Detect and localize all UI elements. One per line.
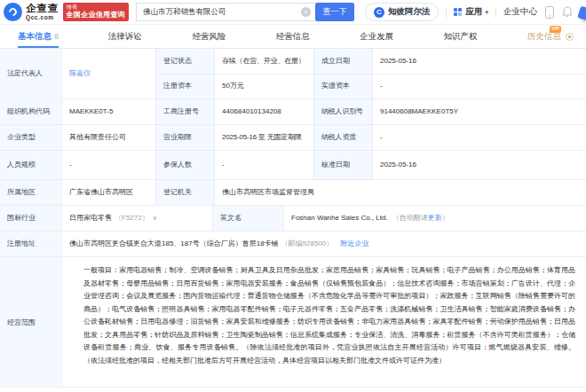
info-value: MAEKKE0T-5 — [62, 99, 156, 124]
info-value: 50万元 — [215, 74, 314, 99]
info-value: 佛山市高明区市场监督管理局 — [215, 180, 586, 205]
brand-slogan: 全国企业信用查询 — [67, 12, 125, 19]
clear-icon[interactable]: × — [301, 7, 311, 17]
tab-intellectual-property[interactable]: 知识产权 — [444, 25, 478, 48]
info-label: 英文名 — [213, 206, 284, 231]
alpha-icon: C — [374, 7, 384, 18]
info-value: - — [62, 151, 156, 179]
search-bar: × 查一下 — [136, 3, 354, 21]
tab-count: 8 — [54, 32, 59, 41]
tab-company-development[interactable]: 企业发展 — [360, 25, 393, 48]
legal-rep-link[interactable]: 陈嘉仪 — [69, 69, 91, 78]
translate-note: （自动翻译 — [392, 214, 428, 223]
side-widget-icon[interactable] — [577, 5, 586, 20]
info-label: 纳税人资质 — [314, 125, 373, 150]
info-label: 国标行业 — [0, 206, 62, 231]
table-row: 经营范围 一般项目：家用电器销售；制冷、空调设备销售；厨具卫具及日用杂品批发；家… — [0, 257, 586, 388]
info-label: 登记状态 — [156, 49, 215, 74]
info-value: 91440608MAEKKE0T5Y — [373, 99, 586, 124]
info-value: 2025-05-16 — [373, 49, 586, 74]
nearby-companies-link[interactable]: 附近企业 — [340, 239, 368, 248]
table-row: 所属地区 广东省佛山市高明区 登记机关 佛山市高明区市场监督管理局 — [0, 180, 586, 206]
tab-label: 经营信息 — [276, 31, 310, 43]
tab-legal-litigation[interactable]: 法律诉讼 — [108, 25, 142, 48]
info-label: 成立日期 — [314, 49, 373, 74]
tab-label: 知识产权 — [444, 31, 478, 43]
tab-operation-risk[interactable]: 经营风险 — [192, 25, 226, 48]
table-row: 人员规模 - 参保人数 - 核准日期 2025-05-16 — [0, 151, 586, 180]
industry-code: （F5272） — [115, 214, 149, 223]
brand-slogan-badge: 传奇 全国企业信用查询 — [63, 3, 129, 22]
qcc-logo-icon[interactable] — [4, 3, 22, 21]
info-label: 核准日期 — [314, 151, 373, 179]
info-value: - — [373, 74, 586, 99]
chevron-down-icon[interactable]: ∨ — [153, 214, 157, 222]
chevron-down-icon: ▾ — [485, 9, 488, 16]
notification-bell-icon[interactable] — [562, 6, 573, 18]
info-label: 参保人数 — [156, 151, 215, 179]
vip-badge: VIP — [550, 26, 561, 33]
info-label: 纳税人识别号 — [314, 99, 373, 124]
top-header: 企查查 Qcc.com 传奇 全国企业信用查询 × 查一下 C 知彼阿尔法 应用… — [0, 0, 586, 25]
translate-update-link[interactable]: 更新 — [428, 214, 442, 223]
brand-domain: Qcc.com — [26, 15, 59, 21]
info-label: 营业期限 — [156, 125, 215, 150]
mobile-app-icon[interactable] — [545, 6, 554, 19]
info-label: 实缴资本 — [314, 74, 373, 99]
info-value: 陈嘉仪 — [62, 49, 156, 99]
search-button[interactable]: 查一下 — [315, 3, 354, 21]
tab-operation-info[interactable]: 经营信息 — [276, 25, 310, 48]
info-value: 广东省佛山市高明区 — [62, 180, 156, 205]
info-label: 注册地址 — [0, 231, 62, 256]
translate-note-close: ） — [442, 214, 449, 223]
info-label: 经营范围 — [0, 257, 62, 387]
info-value: - — [215, 151, 314, 179]
info-value: Foshan Wanhe Sales Co., Ltd. （自动翻译 更新 ） — [284, 206, 586, 231]
business-scope-text: 一般项目：家用电器销售；制冷、空调设备销售；厨具卫具及日用杂品批发；家居用品销售… — [83, 264, 575, 367]
zhibi-alpha-button[interactable]: C 知彼阿尔法 — [365, 3, 440, 21]
table-row: 注册地址 佛山市高明区更合镇更合大道185、187号（综合厂房）首层18卡铺 （… — [0, 231, 586, 257]
tab-label: 法律诉讼 — [108, 31, 142, 43]
enterprise-center-link[interactable]: 企业中心 — [503, 6, 537, 18]
info-label: 工商注册号 — [156, 99, 215, 124]
info-label: 注册资本 — [156, 74, 215, 99]
info-label: 所属地区 — [0, 180, 62, 205]
apps-menu-button[interactable]: 应用 ▾ — [454, 6, 488, 18]
info-value: 佛山市高明区更合镇更合大道185、187号（综合厂房）首层18卡铺 （邮编528… — [62, 231, 586, 256]
brand-name: 企查查 — [26, 4, 59, 14]
info-value: 一般项目：家用电器销售；制冷、空调设备销售；厨具卫具及日用杂品批发；家居用品销售… — [62, 257, 586, 387]
basic-info-table: 法定代表人 陈嘉仪 登记状态 存续（在营、开业、在册） 成立日期 2025-05… — [0, 49, 586, 388]
info-value: 日用家电零售 （F5272） ∨ — [62, 206, 213, 231]
search-input[interactable] — [136, 3, 315, 21]
brand-block[interactable]: 企查查 Qcc.com — [26, 4, 59, 20]
apps-grid-icon — [454, 8, 463, 17]
table-row: 法定代表人 陈嘉仪 登记状态 存续（在营、开业、在册） 成立日期 2025-05… — [0, 49, 586, 99]
registered-address: 佛山市高明区更合镇更合大道185、187号（综合厂房）首层18卡铺 — [69, 239, 279, 248]
info-value: 2025-05-16 — [373, 151, 586, 179]
info-label: 法定代表人 — [0, 49, 62, 99]
info-label: 企业类型 — [0, 125, 62, 150]
info-value: 其他有限责任公司 — [62, 125, 156, 150]
tab-label: 基本信息 — [18, 31, 51, 43]
english-name: Foshan Wanhe Sales Co., Ltd. — [291, 214, 388, 223]
divider — [495, 7, 496, 18]
info-value: 存续（在营、开业、在册） — [215, 49, 314, 74]
info-label: 人员规模 — [0, 151, 62, 179]
brand-ribbon: 传奇 — [67, 4, 125, 11]
info-label: 登记机关 — [156, 180, 215, 205]
divider — [446, 7, 447, 18]
section-tabbar: 基本信息 8 法律诉讼 经营风险 经营信息 企业发展 知识产权 历史信息 VIP — [0, 25, 586, 49]
table-row: 组织机构代码 MAEKKE0T-5 工商注册号 440684010134208 … — [0, 99, 586, 125]
info-label: 组织机构代码 — [0, 99, 62, 124]
alpha-label: 知彼阿尔法 — [388, 6, 431, 18]
info-value: 440684010134208 — [215, 99, 314, 124]
table-row: 企业类型 其他有限责任公司 营业期限 2025-05-16 至 无固定期限 纳税… — [0, 125, 586, 151]
info-value: - — [373, 125, 586, 150]
zip-code: （邮编528500） — [281, 239, 334, 248]
apps-label: 应用 — [465, 6, 482, 18]
tab-basic-info[interactable]: 基本信息 8 — [18, 25, 59, 48]
tab-label: 经营风险 — [192, 31, 226, 43]
logo-ring-glyph — [7, 6, 19, 18]
info-value: 2025-05-16 至 无固定期限 — [215, 125, 314, 150]
tab-history-info[interactable]: 历史信息 VIP — [527, 25, 574, 48]
